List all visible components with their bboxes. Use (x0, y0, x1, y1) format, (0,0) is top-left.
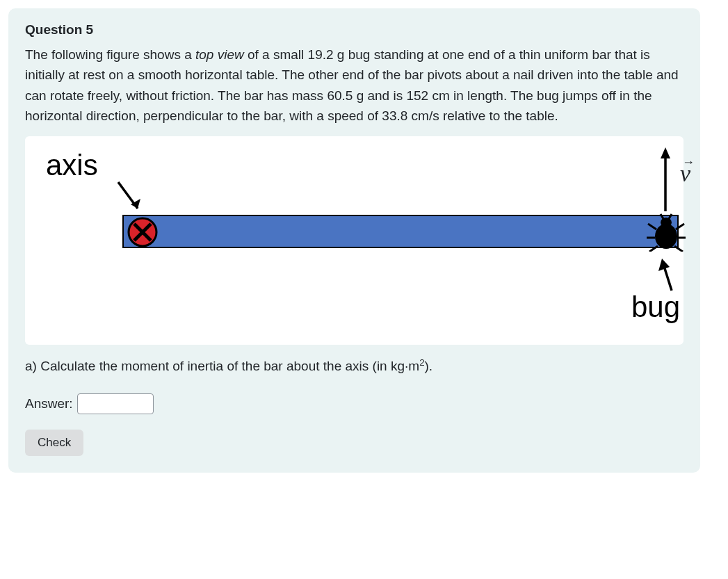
check-button[interactable]: Check (25, 430, 83, 456)
answer-row: Answer: (25, 393, 683, 414)
svg-line-12 (676, 224, 684, 229)
axis-label: axis (46, 149, 98, 182)
velocity-label: → v (680, 161, 690, 187)
bug-pointer-arrow-icon (658, 256, 679, 293)
svg-line-11 (648, 224, 656, 229)
pivot-icon (126, 215, 159, 249)
svg-line-16 (674, 246, 683, 252)
svg-line-15 (649, 246, 658, 252)
bar-rect (122, 215, 679, 248)
svg-point-10 (655, 224, 677, 249)
velocity-arrow-icon (658, 146, 672, 213)
part-a-text: a) Calculate the moment of inertia of th… (25, 357, 683, 374)
figure-panel: axis → v (25, 136, 683, 345)
answer-input[interactable] (77, 393, 154, 414)
bug-label: bug (631, 291, 680, 324)
question-body: The following figure shows a top view of… (25, 44, 683, 127)
question-card: Question 5 The following figure shows a … (8, 8, 700, 473)
answer-label: Answer: (25, 396, 73, 411)
question-title: Question 5 (25, 22, 683, 38)
axis-arrow-icon (114, 178, 149, 220)
svg-marker-6 (661, 147, 670, 158)
bug-icon (647, 210, 686, 252)
